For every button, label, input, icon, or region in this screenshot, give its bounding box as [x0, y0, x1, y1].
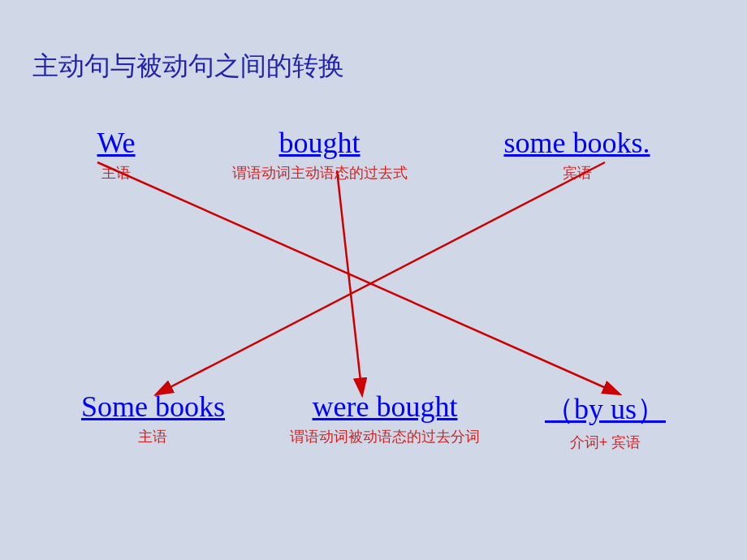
bottom-object-group: （by us） 介词+ 宾语: [545, 390, 666, 452]
top-subject-label: 主语: [101, 163, 131, 183]
bottom-predicate-label: 谓语动词被动语态的过去分词: [290, 427, 480, 446]
arrow-we-to-byus: [97, 162, 613, 391]
bottom-subject-group: Some books 主语: [81, 390, 225, 446]
top-object-word: some books.: [504, 126, 650, 160]
bottom-predicate-word: were bought: [313, 390, 458, 424]
bottom-subject-word: Some books: [81, 390, 225, 424]
top-subject-group: We 主语: [97, 126, 135, 183]
bottom-subject-label: 主语: [138, 427, 167, 446]
top-object-label: 宾语: [563, 163, 592, 183]
top-sentence: We 主语 bought 谓语动词主动语态的过去式 some books. 宾语: [0, 126, 747, 183]
page-title: 主动句与被动句之间的转换: [32, 49, 344, 84]
top-predicate-group: bought 谓语动词主动语态的过去式: [232, 126, 408, 183]
top-subject-word: We: [97, 126, 135, 160]
bottom-object-label: 介词+ 宾语: [570, 433, 641, 452]
bottom-predicate-group: were bought 谓语动词被动语态的过去分词: [290, 390, 480, 446]
arrow-bought-to-werebought: [337, 170, 361, 388]
top-predicate-label: 谓语动词主动语态的过去式: [232, 163, 408, 183]
top-object-group: some books. 宾语: [504, 126, 650, 183]
top-predicate-word: bought: [279, 126, 361, 160]
bottom-sentence: Some books 主语 were bought 谓语动词被动语态的过去分词 …: [0, 390, 747, 452]
bottom-object-word: （by us）: [545, 390, 666, 429]
arrow-somebooks-to-somebooks: [162, 162, 605, 391]
